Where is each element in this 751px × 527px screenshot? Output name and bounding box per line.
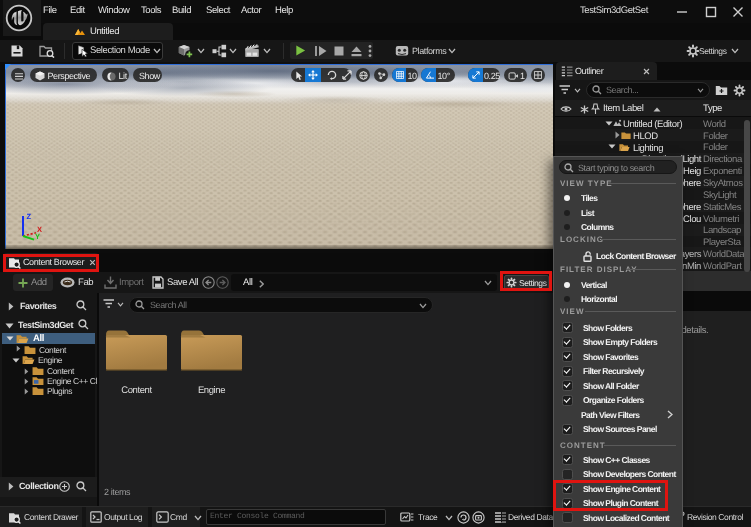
svg-text:Z: Z xyxy=(27,212,32,221)
svg-text:Y: Y xyxy=(35,232,40,241)
